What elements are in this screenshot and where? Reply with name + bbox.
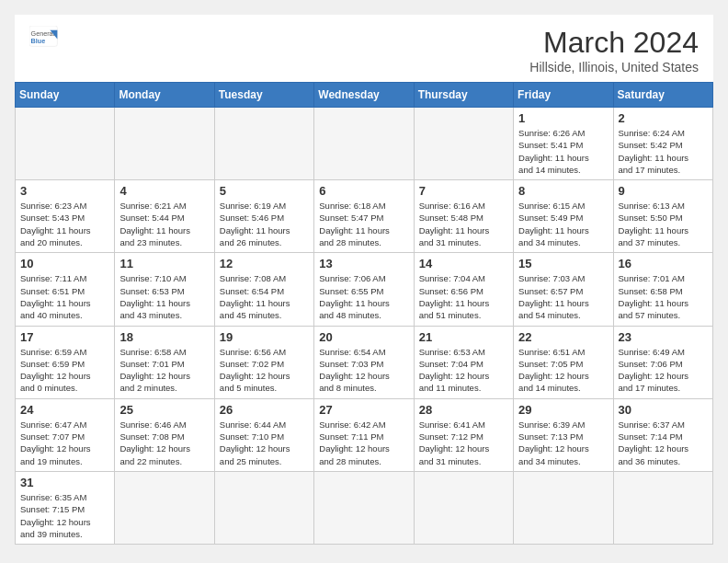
day-info: Sunrise: 6:54 AMSunset: 7:03 PMDaylight:… (319, 346, 408, 395)
day-number: 18 (119, 330, 209, 344)
day-info: Sunrise: 6:42 AMSunset: 7:11 PMDaylight:… (319, 419, 408, 467)
day-cell: 28Sunrise: 6:41 AMSunset: 7:12 PMDayligh… (414, 398, 513, 471)
day-cell (414, 108, 513, 180)
day-number: 6 (319, 184, 408, 198)
weekday-header-monday: Monday (115, 83, 214, 108)
day-info: Sunrise: 6:59 AMSunset: 6:59 PMDaylight:… (20, 346, 109, 395)
day-number: 28 (419, 403, 508, 417)
day-cell: 13Sunrise: 7:06 AMSunset: 6:55 PMDayligh… (314, 253, 414, 326)
day-info: Sunrise: 7:08 AMSunset: 6:54 PMDaylight:… (220, 272, 309, 321)
day-cell (115, 108, 214, 180)
day-info: Sunrise: 6:58 AMSunset: 7:01 PMDaylight:… (119, 346, 209, 395)
weekday-header-friday: Friday (514, 83, 613, 108)
day-info: Sunrise: 6:23 AMSunset: 5:43 PMDaylight:… (20, 200, 109, 248)
day-cell: 6Sunrise: 6:18 AMSunset: 5:47 PMDaylight… (314, 180, 414, 253)
day-cell (414, 471, 513, 544)
day-cell: 10Sunrise: 7:11 AMSunset: 6:51 PMDayligh… (16, 253, 115, 326)
weekday-header-wednesday: Wednesday (314, 83, 414, 108)
week-row-5: 31Sunrise: 6:35 AMSunset: 7:15 PMDayligh… (16, 471, 713, 544)
day-info: Sunrise: 6:21 AMSunset: 5:44 PMDaylight:… (119, 200, 209, 248)
day-cell (314, 108, 414, 180)
day-number: 14 (419, 257, 508, 270)
day-number: 12 (220, 257, 309, 270)
day-info: Sunrise: 6:53 AMSunset: 7:04 PMDaylight:… (419, 346, 508, 395)
day-info: Sunrise: 6:37 AMSunset: 7:14 PMDaylight:… (619, 419, 708, 467)
day-info: Sunrise: 6:56 AMSunset: 7:02 PMDaylight:… (220, 346, 309, 395)
day-info: Sunrise: 7:04 AMSunset: 6:56 PMDaylight:… (419, 272, 508, 321)
day-info: Sunrise: 6:19 AMSunset: 5:46 PMDaylight:… (220, 200, 309, 248)
day-number: 15 (518, 257, 608, 270)
day-info: Sunrise: 6:24 AMSunset: 5:42 PMDaylight:… (619, 127, 708, 176)
day-number: 5 (220, 184, 309, 198)
day-info: Sunrise: 6:13 AMSunset: 5:50 PMDaylight:… (619, 200, 708, 248)
day-cell (613, 471, 712, 544)
day-number: 10 (20, 257, 109, 270)
day-info: Sunrise: 6:39 AMSunset: 7:13 PMDaylight:… (518, 419, 608, 467)
day-cell: 31Sunrise: 6:35 AMSunset: 7:15 PMDayligh… (16, 471, 115, 544)
logo: General Blue (29, 26, 59, 48)
day-info: Sunrise: 7:10 AMSunset: 6:53 PMDaylight:… (119, 272, 209, 321)
day-cell: 9Sunrise: 6:13 AMSunset: 5:50 PMDaylight… (613, 180, 712, 253)
day-cell: 19Sunrise: 6:56 AMSunset: 7:02 PMDayligh… (214, 326, 313, 398)
day-number: 21 (419, 330, 508, 344)
day-cell: 3Sunrise: 6:23 AMSunset: 5:43 PMDaylight… (16, 180, 115, 253)
day-cell: 23Sunrise: 6:49 AMSunset: 7:06 PMDayligh… (613, 326, 712, 398)
day-info: Sunrise: 6:35 AMSunset: 7:15 PMDaylight:… (20, 491, 109, 540)
day-info: Sunrise: 6:44 AMSunset: 7:10 PMDaylight:… (220, 419, 309, 467)
day-cell: 8Sunrise: 6:15 AMSunset: 5:49 PMDaylight… (514, 180, 613, 253)
day-cell: 15Sunrise: 7:03 AMSunset: 6:57 PMDayligh… (514, 253, 613, 326)
day-info: Sunrise: 6:15 AMSunset: 5:49 PMDaylight:… (518, 200, 608, 248)
day-cell: 24Sunrise: 6:47 AMSunset: 7:07 PMDayligh… (16, 398, 115, 471)
day-info: Sunrise: 6:49 AMSunset: 7:06 PMDaylight:… (619, 346, 708, 395)
day-info: Sunrise: 6:18 AMSunset: 5:47 PMDaylight:… (319, 200, 408, 248)
week-row-3: 17Sunrise: 6:59 AMSunset: 6:59 PMDayligh… (16, 326, 713, 398)
day-number: 30 (619, 403, 708, 417)
day-number: 29 (518, 403, 608, 417)
weekday-header-saturday: Saturday (613, 83, 712, 108)
day-cell: 16Sunrise: 7:01 AMSunset: 6:58 PMDayligh… (613, 253, 712, 326)
weekday-header-sunday: Sunday (16, 83, 115, 108)
day-number: 1 (518, 111, 608, 125)
day-cell: 21Sunrise: 6:53 AMSunset: 7:04 PMDayligh… (414, 326, 513, 398)
day-number: 24 (20, 403, 109, 417)
day-cell (514, 471, 613, 544)
day-cell: 7Sunrise: 6:16 AMSunset: 5:48 PMDaylight… (414, 180, 513, 253)
day-cell: 27Sunrise: 6:42 AMSunset: 7:11 PMDayligh… (314, 398, 414, 471)
title-block: March 2024 Hillside, Illinois, United St… (529, 26, 699, 75)
day-cell (16, 108, 115, 180)
day-cell: 5Sunrise: 6:19 AMSunset: 5:46 PMDaylight… (214, 180, 313, 253)
day-info: Sunrise: 6:51 AMSunset: 7:05 PMDaylight:… (518, 346, 608, 395)
day-cell: 11Sunrise: 7:10 AMSunset: 6:53 PMDayligh… (115, 253, 214, 326)
day-cell: 29Sunrise: 6:39 AMSunset: 7:13 PMDayligh… (514, 398, 613, 471)
day-info: Sunrise: 7:03 AMSunset: 6:57 PMDaylight:… (518, 272, 608, 321)
day-info: Sunrise: 7:06 AMSunset: 6:55 PMDaylight:… (319, 272, 408, 321)
day-number: 31 (20, 476, 109, 489)
day-number: 13 (319, 257, 408, 270)
location: Hillside, Illinois, United States (529, 60, 699, 75)
day-number: 7 (419, 184, 508, 198)
day-info: Sunrise: 7:11 AMSunset: 6:51 PMDaylight:… (20, 272, 109, 321)
day-cell: 2Sunrise: 6:24 AMSunset: 5:42 PMDaylight… (613, 108, 712, 180)
day-cell: 26Sunrise: 6:44 AMSunset: 7:10 PMDayligh… (214, 398, 313, 471)
day-cell (214, 108, 313, 180)
weekday-header-tuesday: Tuesday (214, 83, 313, 108)
day-info: Sunrise: 6:47 AMSunset: 7:07 PMDaylight:… (20, 419, 109, 467)
day-number: 2 (619, 111, 708, 125)
day-number: 22 (518, 330, 608, 344)
day-cell: 30Sunrise: 6:37 AMSunset: 7:14 PMDayligh… (613, 398, 712, 471)
day-cell (115, 471, 214, 544)
day-number: 4 (119, 184, 209, 198)
day-number: 23 (619, 330, 708, 344)
day-number: 8 (518, 184, 608, 198)
day-info: Sunrise: 6:16 AMSunset: 5:48 PMDaylight:… (419, 200, 508, 248)
day-number: 3 (20, 184, 109, 198)
day-info: Sunrise: 6:41 AMSunset: 7:12 PMDaylight:… (419, 419, 508, 467)
day-cell: 14Sunrise: 7:04 AMSunset: 6:56 PMDayligh… (414, 253, 513, 326)
svg-text:Blue: Blue (31, 37, 46, 45)
calendar-table: SundayMondayTuesdayWednesdayThursdayFrid… (15, 82, 713, 545)
day-number: 17 (20, 330, 109, 344)
week-row-4: 24Sunrise: 6:47 AMSunset: 7:07 PMDayligh… (16, 398, 713, 471)
calendar-header: General Blue March 2024 Hillside, Illino… (15, 15, 713, 82)
day-info: Sunrise: 6:26 AMSunset: 5:41 PMDaylight:… (518, 127, 608, 176)
day-number: 20 (319, 330, 408, 344)
